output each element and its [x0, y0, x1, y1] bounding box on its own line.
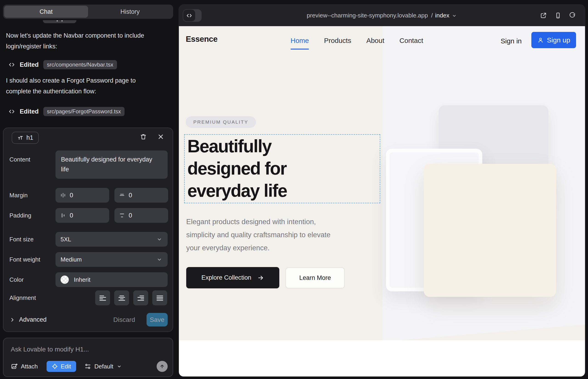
composer-input[interactable]: Ask Lovable to modify H1...: [11, 346, 165, 353]
align-left-button[interactable]: [95, 290, 110, 305]
url-host: preview--charming-site-symphony.lovable.…: [307, 12, 428, 19]
margin-x-value: 0: [70, 192, 73, 199]
advanced-label: Advanced: [19, 316, 46, 323]
save-button[interactable]: Save: [147, 313, 168, 327]
margin-y-value: 0: [129, 192, 132, 199]
nav-link-contact[interactable]: Contact: [400, 37, 423, 45]
chat-message: Now let's update the Navbar component to…: [6, 30, 148, 52]
font-size-value: 5XL: [61, 236, 71, 243]
padding-x-input[interactable]: 0: [56, 208, 109, 223]
padding-vertical-icon: [119, 212, 125, 218]
padding-y-input[interactable]: 0: [114, 208, 168, 223]
font-size-label: Font size: [9, 236, 56, 243]
edited-label: Edited: [20, 108, 39, 115]
tab-chat[interactable]: Chat: [4, 6, 88, 18]
learn-more-button[interactable]: Learn More: [286, 268, 345, 288]
site-nav-links: Home Products About Contact: [291, 37, 423, 45]
align-center-button[interactable]: [114, 290, 129, 305]
close-icon[interactable]: [157, 133, 164, 141]
model-selector[interactable]: Default: [84, 363, 122, 370]
padding-y-value: 0: [129, 212, 132, 219]
model-label: Default: [94, 363, 113, 370]
h1-selection-outline[interactable]: Beautifully designed for everyday life: [184, 134, 380, 203]
nav-link-home[interactable]: Home: [291, 37, 309, 45]
url-separator: /: [431, 12, 433, 19]
edited-file-row: Edited src/components/Navbar.tsx: [8, 60, 117, 69]
align-justify-button[interactable]: [152, 290, 167, 305]
padding-x-value: 0: [70, 212, 73, 219]
trash-icon[interactable]: [140, 133, 147, 141]
hero-heading: Beautifully designed for everyday life: [187, 135, 348, 202]
preview-chrome: preview--charming-site-symphony.lovable.…: [179, 5, 585, 26]
refresh-icon[interactable]: [569, 12, 576, 19]
code-preview-toggle[interactable]: [183, 9, 201, 22]
font-size-select[interactable]: 5XL: [56, 232, 168, 247]
discard-button[interactable]: Discard: [113, 316, 135, 323]
code-icon: [8, 108, 15, 115]
color-swatch: [61, 276, 69, 284]
margin-label: Margin: [9, 192, 56, 199]
hero-cta-row: Explore Collection Learn More: [186, 267, 345, 288]
hero-description: Elegant products designed with intention…: [186, 215, 338, 254]
color-value: Inherit: [74, 276, 90, 283]
align-right-button[interactable]: [133, 290, 148, 305]
chat-message: I should also create a Forgot Password p…: [6, 75, 148, 97]
margin-horizontal-icon: [60, 192, 66, 198]
chevron-down-icon[interactable]: [451, 13, 457, 19]
nav-link-products[interactable]: Products: [324, 37, 351, 45]
chat-history-tabbar: Chat History: [3, 5, 173, 19]
margin-x-input[interactable]: 0: [56, 188, 109, 203]
chevron-down-icon: [156, 236, 163, 242]
app-root: Chat History Now let's update the Navbar…: [0, 0, 588, 379]
alignment-label: Alignment: [9, 294, 56, 301]
editor-header-actions: [140, 133, 164, 141]
margin-y-input[interactable]: 0: [114, 188, 168, 203]
typography-icon: [17, 135, 24, 141]
preview-page: Essence Home Products About Contact Sign…: [179, 26, 585, 377]
preview-window: preview--charming-site-symphony.lovable.…: [179, 5, 585, 377]
arrow-right-icon: [257, 274, 264, 281]
edited-label: Edited: [20, 61, 39, 68]
edit-label: Edit: [61, 363, 71, 370]
open-external-icon[interactable]: [540, 12, 547, 19]
edit-mode-button[interactable]: Edit: [46, 361, 76, 372]
sign-in-link[interactable]: Sign in: [501, 37, 522, 45]
nav-link-about[interactable]: About: [366, 37, 384, 45]
send-button[interactable]: [157, 361, 168, 372]
attach-image-icon: [11, 363, 18, 370]
attach-button[interactable]: Attach: [11, 363, 38, 370]
content-input[interactable]: Beautifully designed for everyday life: [56, 151, 168, 179]
content-label: Content: [9, 156, 56, 163]
address-bar: preview--charming-site-symphony.lovable.…: [179, 5, 585, 26]
target-icon: [52, 363, 58, 370]
element-tag-name: h1: [26, 134, 33, 141]
element-tag-pill[interactable]: h1: [12, 132, 39, 144]
font-weight-label: Font weight: [9, 256, 56, 263]
chevron-down-icon: [156, 256, 163, 263]
margin-vertical-icon: [119, 192, 125, 198]
chevron-down-icon: [117, 364, 122, 369]
color-label: Color: [9, 276, 56, 283]
tab-history[interactable]: History: [88, 6, 172, 18]
code-icon: [8, 61, 15, 68]
color-select[interactable]: Inherit: [56, 272, 168, 287]
sign-up-button[interactable]: Sign up: [531, 32, 576, 48]
advanced-toggle[interactable]: Advanced: [9, 316, 46, 323]
code-icon: [183, 10, 195, 21]
element-editor-panel: h1 Content Beautifully designed for ever…: [3, 127, 173, 332]
attach-label: Attach: [21, 363, 38, 370]
mobile-view-icon[interactable]: [554, 12, 561, 19]
font-weight-value: Medium: [61, 256, 82, 263]
site-logo[interactable]: Essence: [186, 34, 218, 44]
font-weight-select[interactable]: Medium: [56, 252, 168, 267]
arrow-up-icon: [159, 363, 165, 369]
scrolled-partial-badge: [43, 20, 76, 23]
user-icon: [537, 37, 544, 43]
explore-collection-label: Explore Collection: [201, 274, 251, 281]
explore-collection-button[interactable]: Explore Collection: [186, 267, 279, 288]
sliders-icon: [84, 363, 91, 370]
padding-horizontal-icon: [60, 212, 66, 218]
file-badge[interactable]: src/components/Navbar.tsx: [43, 60, 117, 69]
file-badge[interactable]: src/pages/ForgotPassword.tsx: [43, 107, 125, 116]
edited-file-row: Edited src/pages/ForgotPassword.tsx: [8, 107, 124, 116]
